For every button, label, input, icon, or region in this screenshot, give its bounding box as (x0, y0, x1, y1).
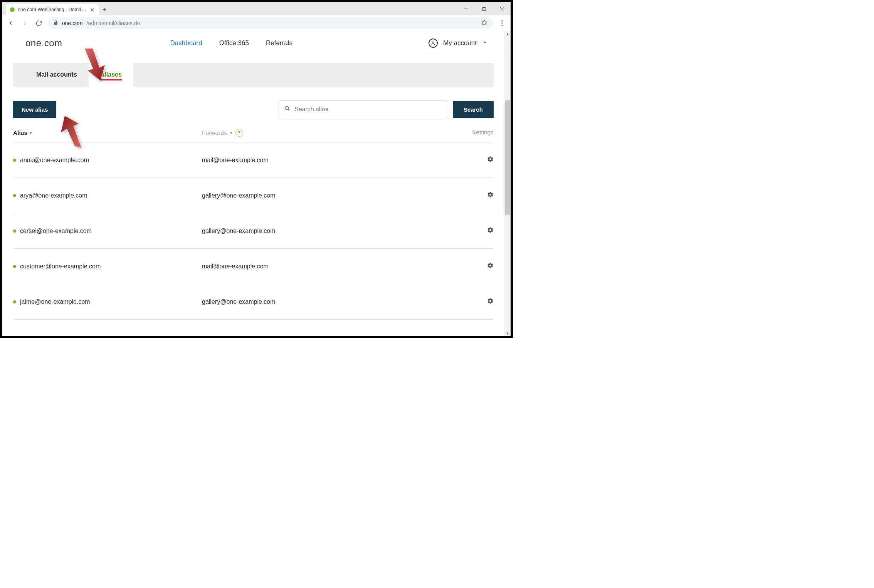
status-dot (13, 230, 16, 233)
forward-cell: mail@one-example.com (202, 263, 463, 270)
site-header: one.com Dashboard Office 365 Referrals M… (2, 31, 504, 55)
alias-email: customer@one-example.com (20, 263, 101, 270)
close-tab-icon[interactable]: ✕ (90, 7, 95, 13)
status-dot (13, 159, 16, 162)
alias-cell: cersei@one-example.com (13, 228, 202, 235)
alias-email: arya@one-example.com (20, 192, 87, 199)
forward-cell: gallery@one-example.com (202, 228, 463, 235)
chevron-down-icon: ▾ (30, 131, 32, 136)
gear-icon[interactable] (487, 299, 494, 305)
forward-button[interactable] (20, 18, 29, 28)
search-icon (284, 106, 291, 113)
scroll-thumb[interactable] (505, 100, 510, 215)
browser-chrome: one.com Web hosting - Domain… ✕ + (2, 2, 511, 31)
user-icon (429, 39, 438, 48)
search-alias-box[interactable] (279, 101, 448, 118)
gear-icon[interactable] (487, 157, 494, 164)
alias-email: cersei@one-example.com (20, 228, 92, 235)
svg-rect-1 (482, 7, 486, 10)
alias-cell: jaime@one-example.com (13, 298, 202, 305)
table-row: customer@one-example.commail@one-example… (13, 249, 494, 284)
url-host: one.com (62, 20, 83, 26)
logo[interactable]: one.com (25, 38, 62, 49)
vertical-scrollbar[interactable]: ▲ ▼ (504, 31, 511, 336)
tab-mail-accounts[interactable]: Mail accounts (13, 63, 89, 87)
reload-button[interactable] (34, 18, 43, 28)
table-row: arya@one-example.comgallery@one-example.… (13, 178, 494, 213)
svg-point-8 (432, 42, 434, 43)
gear-icon[interactable] (487, 263, 494, 270)
window-close-button[interactable] (493, 2, 511, 15)
address-bar[interactable]: one.com/admin/mail/aliases.do (48, 17, 493, 29)
help-icon[interactable]: ? (235, 129, 243, 137)
table-row: cersei@one-example.comgallery@one-exampl… (13, 213, 494, 249)
mail-tabstrip: Mail accounts Aliases (13, 63, 494, 87)
tab-title: one.com Web hosting - Domain… (18, 7, 87, 12)
alias-email: jaime@one-example.com (20, 298, 90, 305)
chevron-down-icon: ▾ (230, 131, 232, 136)
chevron-down-icon (482, 39, 487, 47)
scroll-down-arrow[interactable]: ▼ (504, 331, 511, 336)
new-tab-button[interactable]: + (99, 4, 110, 15)
bookmark-star-icon[interactable] (481, 19, 487, 27)
status-dot (13, 300, 16, 303)
my-account-label: My account (443, 39, 477, 47)
my-account-menu[interactable]: My account (429, 39, 487, 48)
column-alias[interactable]: Alias ▾ (13, 129, 202, 137)
gear-icon[interactable] (487, 228, 494, 235)
forward-cell: gallery@one-example.com (202, 298, 463, 305)
svg-line-10 (288, 109, 289, 111)
nav-office365[interactable]: Office 365 (219, 39, 249, 47)
browser-menu-button[interactable] (498, 18, 507, 28)
table-row: anna@one-example.commail@one-example.com (13, 142, 494, 178)
status-dot (13, 194, 16, 197)
alias-cell: customer@one-example.com (13, 263, 202, 270)
new-alias-button[interactable]: New alias (13, 101, 56, 118)
alias-cell: anna@one-example.com (13, 157, 202, 164)
svg-point-5 (501, 20, 503, 21)
search-button[interactable]: Search (453, 101, 494, 118)
svg-point-9 (285, 106, 289, 110)
svg-point-6 (501, 22, 503, 23)
svg-marker-4 (481, 20, 487, 25)
table-header: Alias ▾ Forwards ▾ ? Settings (13, 118, 494, 142)
forward-cell: gallery@one-example.com (202, 192, 463, 199)
status-dot (13, 265, 16, 268)
nav-referrals[interactable]: Referrals (266, 39, 292, 47)
tab-aliases[interactable]: Aliases (89, 63, 133, 87)
lock-icon (53, 20, 58, 26)
column-settings: Settings (463, 129, 494, 137)
nav-dashboard[interactable]: Dashboard (170, 39, 202, 47)
browser-tab[interactable]: one.com Web hosting - Domain… ✕ (6, 4, 99, 15)
alias-email: anna@one-example.com (20, 157, 89, 164)
favicon (10, 7, 15, 12)
gear-icon[interactable] (487, 193, 494, 199)
alias-cell: arya@one-example.com (13, 192, 202, 199)
search-alias-input[interactable] (294, 106, 442, 113)
table-row: jaime@one-example.comgallery@one-example… (13, 284, 494, 320)
window-minimize-button[interactable] (457, 2, 475, 15)
scroll-up-arrow[interactable]: ▲ (504, 31, 511, 37)
back-button[interactable] (6, 18, 15, 28)
column-forwards[interactable]: Forwards ▾ ? (202, 129, 463, 137)
window-maximize-button[interactable] (475, 2, 493, 15)
forward-cell: mail@one-example.com (202, 157, 463, 164)
url-path: /admin/mail/aliases.do (87, 20, 140, 26)
tab-underline (100, 79, 122, 80)
svg-point-7 (501, 25, 503, 26)
